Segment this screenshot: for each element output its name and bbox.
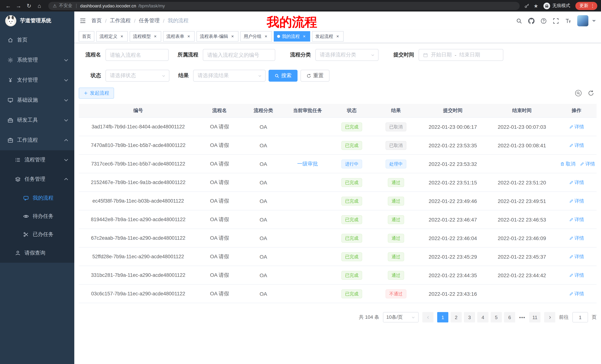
breadcrumb-separator: / xyxy=(163,18,165,24)
result-cell: 通过 xyxy=(374,192,418,210)
goto-page-input[interactable] xyxy=(572,312,588,322)
sidebar-item-label: 工作流程 xyxy=(17,137,60,144)
sidebar-item-process-management[interactable]: 流程管理 xyxy=(0,150,74,170)
sidebar-item-payment[interactable]: 支付管理 xyxy=(0,70,74,90)
sidebar-item-my-process[interactable]: 我的流程 xyxy=(0,189,74,207)
page-2-button[interactable]: 2 xyxy=(451,312,462,322)
back-icon[interactable]: ← xyxy=(4,3,13,9)
result-placeholder: 请选择流结果 xyxy=(198,72,229,79)
fullscreen-icon[interactable] xyxy=(553,18,559,24)
search-toggle-icon[interactable] xyxy=(575,90,582,96)
tab-user-group[interactable]: 用户分组× xyxy=(240,31,272,42)
hamburger-icon[interactable] xyxy=(74,18,91,24)
sidebar-item-workflow[interactable]: 工作流程 xyxy=(0,130,74,150)
help-icon[interactable] xyxy=(541,18,547,24)
page-4-button[interactable]: 4 xyxy=(477,312,489,322)
edit-icon xyxy=(569,217,573,222)
tab-home[interactable]: 首页 xyxy=(79,31,94,42)
tab-my-process[interactable]: 我的流程× xyxy=(274,31,310,42)
detail-button[interactable]: 详情 xyxy=(569,123,584,130)
process-name-cell: OA 请假 xyxy=(198,117,241,136)
menu-dots-icon[interactable]: ⋮ xyxy=(590,3,595,9)
bookmark-star-icon[interactable]: ★ xyxy=(534,3,538,9)
actions-cell: 详情 xyxy=(556,229,597,247)
close-icon[interactable]: × xyxy=(153,34,158,39)
avatar[interactable] xyxy=(577,15,588,26)
start-process-button[interactable]: 发起流程 xyxy=(79,87,114,99)
close-icon[interactable]: × xyxy=(186,34,191,39)
sidebar-item-devtools[interactable]: 研发工具 xyxy=(0,110,74,130)
forward-icon[interactable]: → xyxy=(14,3,23,9)
tags-view: 首页流程定义×流程模型×流程表单×流程表单-编辑×用户分组×我的流程×发起流程× xyxy=(74,30,601,43)
tab-process-form-edit[interactable]: 流程表单-编辑× xyxy=(197,31,239,42)
page-1-button[interactable]: 1 xyxy=(437,312,448,322)
table-row: 819442e8-7b9a-11ec-a290-acde48001122OA 请… xyxy=(79,210,597,229)
status-badge: 已完成 xyxy=(341,215,362,224)
detail-button[interactable]: 详情 xyxy=(580,161,595,167)
chevron-down-icon[interactable] xyxy=(592,20,596,24)
tab-start-process[interactable]: 发起流程× xyxy=(312,31,344,42)
breadcrumb-item[interactable]: 工作流程 xyxy=(110,18,131,24)
cancel-button[interactable]: 取消 xyxy=(560,161,575,167)
page-6-button[interactable]: 6 xyxy=(504,312,515,322)
filter-row-2: 状态 请选择状态 结果 请选择流结果 xyxy=(79,70,597,82)
detail-button[interactable]: 详情 xyxy=(569,290,584,297)
sidebar-item-label: 研发工具 xyxy=(17,117,60,124)
sidebar-item-leave-query[interactable]: 请假查询 xyxy=(0,243,74,263)
sidebar-item-task-management[interactable]: 任务管理 xyxy=(0,170,74,189)
next-page-button[interactable] xyxy=(544,312,555,322)
refresh-icon[interactable] xyxy=(588,90,594,96)
page-3-button[interactable]: 3 xyxy=(464,312,475,322)
pages-ellipsis-icon[interactable]: ••• xyxy=(517,315,527,320)
detail-button[interactable]: 详情 xyxy=(569,235,584,241)
close-icon[interactable]: × xyxy=(263,34,269,39)
process-name-input[interactable] xyxy=(105,49,169,61)
prev-page-button[interactable] xyxy=(422,312,433,322)
result-select[interactable]: 请选择流结果 xyxy=(193,70,266,82)
close-icon[interactable]: × xyxy=(302,34,307,39)
current-task-link[interactable]: 一级审批 xyxy=(297,161,318,166)
page-5-button[interactable]: 5 xyxy=(491,312,502,322)
search-button[interactable]: 搜索 xyxy=(269,70,298,82)
process-name-cell: OA 请假 xyxy=(198,210,241,229)
font-size-icon[interactable] xyxy=(565,18,571,24)
gear-icon xyxy=(7,57,13,63)
process-name-cell: OA 请假 xyxy=(198,266,241,284)
reset-button[interactable]: 重置 xyxy=(300,70,330,82)
sidebar-item-system[interactable]: 系统管理 xyxy=(0,50,74,70)
page-size-select[interactable]: 10条/页 xyxy=(383,312,419,322)
home-icon[interactable]: ⌂ xyxy=(35,3,44,9)
close-icon[interactable]: × xyxy=(335,34,340,39)
detail-button[interactable]: 详情 xyxy=(569,216,584,223)
tab-process-form[interactable]: 流程表单× xyxy=(163,31,195,42)
detail-button[interactable]: 详情 xyxy=(569,142,584,149)
sidebar-item-infrastructure[interactable]: 基础设施 xyxy=(0,90,74,110)
key-icon[interactable] xyxy=(524,3,530,9)
tab-process-definition[interactable]: 流程定义× xyxy=(96,31,128,42)
status-select[interactable]: 请选择状态 xyxy=(105,70,169,82)
update-button[interactable]: 更新 ⋮ xyxy=(575,2,597,10)
close-icon[interactable]: × xyxy=(119,34,124,39)
sidebar-item-home[interactable]: 首页 xyxy=(0,30,74,50)
detail-button[interactable]: 详情 xyxy=(569,179,584,186)
breadcrumb-item[interactable]: 任务管理 xyxy=(139,18,160,24)
github-icon[interactable] xyxy=(528,18,534,24)
close-icon[interactable]: × xyxy=(230,34,235,39)
process-def-input[interactable] xyxy=(203,49,275,61)
id-cell: 331bc281-7b9a-11ec-a290-acde48001122 xyxy=(79,266,198,284)
reload-icon[interactable]: ↻ xyxy=(25,2,33,9)
sidebar-item-label: 流程管理 xyxy=(25,157,60,163)
sidebar-item-todo-tasks[interactable]: 待办任务 xyxy=(0,207,74,225)
tab-process-model[interactable]: 流程模型× xyxy=(130,31,161,42)
breadcrumb-item[interactable]: 首页 xyxy=(91,18,102,24)
detail-button[interactable]: 详情 xyxy=(569,272,584,278)
detail-button[interactable]: 详情 xyxy=(569,198,584,204)
page-11-button[interactable]: 11 xyxy=(529,312,541,322)
search-icon[interactable] xyxy=(516,18,522,24)
address-bar[interactable]: ⚠ 不安全 dashboard.yudao.iocoder.cn/bpm/tas… xyxy=(48,2,520,10)
sidebar-item-done-tasks[interactable]: 已办任务 xyxy=(0,225,74,243)
list-icon xyxy=(15,157,21,163)
category-select[interactable]: 请选择流程分类 xyxy=(315,49,379,61)
submit-time-range[interactable]: 开始日期 - 结束日期 xyxy=(419,49,503,61)
detail-button[interactable]: 详情 xyxy=(569,253,584,260)
